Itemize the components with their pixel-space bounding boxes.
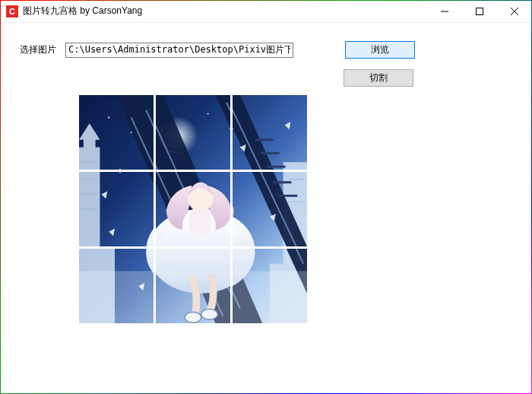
image-path-input[interactable]	[65, 43, 293, 58]
nine-grid-preview	[79, 95, 307, 323]
close-button[interactable]	[497, 0, 532, 22]
grid-tile	[79, 249, 154, 323]
grid-tile	[156, 172, 230, 246]
window-controls	[427, 0, 532, 22]
client-area: 选择图片 浏览 切割	[0, 23, 532, 91]
grid-tile	[233, 249, 307, 323]
svg-rect-1	[477, 8, 483, 14]
window-title: 图片转九宫格 by CarsonYang	[23, 5, 142, 17]
titlebar: C 图片转九宫格 by CarsonYang	[0, 0, 532, 23]
grid-tile	[79, 95, 154, 170]
grid-tile	[156, 249, 230, 323]
browse-button[interactable]: 浏览	[345, 41, 415, 59]
app-icon: C	[6, 5, 18, 17]
minimize-button[interactable]	[427, 0, 462, 22]
grid-tile	[233, 95, 307, 170]
grid-tile	[233, 172, 307, 246]
cut-button[interactable]: 切割	[344, 69, 413, 87]
select-image-label: 选择图片	[20, 43, 56, 56]
grid-tile	[156, 95, 230, 170]
maximize-button[interactable]	[462, 0, 497, 22]
grid-tile	[79, 172, 154, 246]
